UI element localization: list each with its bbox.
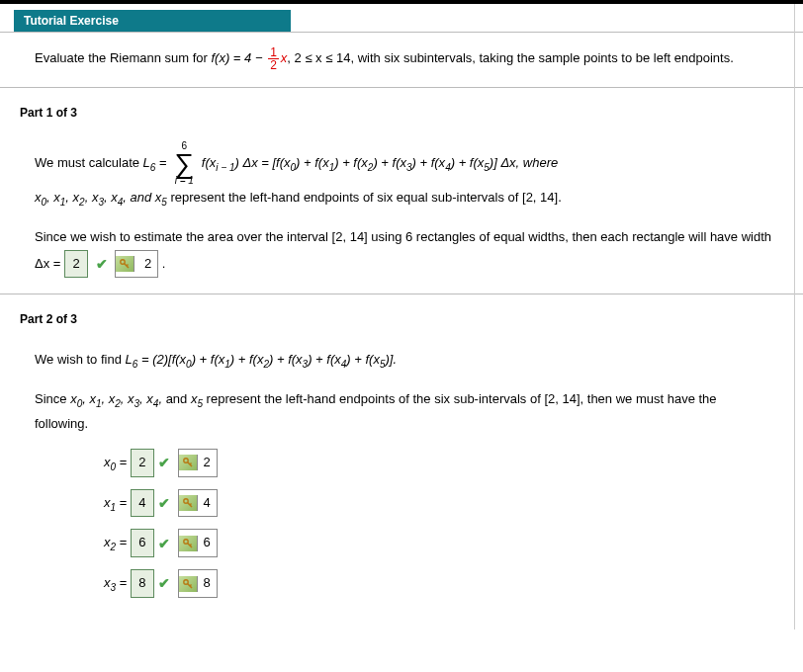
x1-solution-box[interactable]: 4 [178, 489, 218, 518]
period: . [162, 255, 166, 270]
endpoint-row: x1 = 4✔ 4 [104, 489, 773, 518]
check-icon: ✔ [158, 495, 170, 511]
part-1-label: Part 1 of 3 [20, 106, 803, 120]
check-icon: ✔ [158, 536, 170, 551]
dx-input[interactable]: 2 [64, 250, 88, 279]
part-2-body: We wish to find L6 = (2)[f(x0) + f(x1) +… [0, 334, 803, 598]
text: Since x0, x1, x2, x3, x4, and x5 represe… [35, 391, 717, 432]
var: x1 [104, 495, 116, 510]
var: x3 [104, 575, 116, 590]
x1-input[interactable]: 4 [131, 489, 154, 518]
text: We wish to find [35, 352, 126, 367]
key-icon [116, 256, 134, 272]
dx-solution-value: 2 [138, 251, 157, 278]
endpoint-row: x2 = 6✔ 6 [104, 529, 773, 557]
endpoint-rows: x0 = 2✔ 2x1 = 4✔ 4x2 = 6✔ 6x3 = 8✔ 8 [104, 449, 773, 598]
domain-text: , 2 ≤ x ≤ 14, [287, 50, 354, 65]
solution-value: 4 [198, 490, 217, 517]
header-row: Tutorial Exercise [0, 4, 803, 33]
summand: f(xi − 1) Δx = [f(x0) + f(x1) + f(x2) + … [202, 155, 558, 170]
part1-line2: x0, x1, x2, x3, x4, and x5 represent the… [35, 186, 773, 211]
x0-solution-box[interactable]: 2 [178, 449, 218, 477]
part-1-body: We must calculate L6 = 6 ∑ i = 1 f(xi − … [0, 127, 803, 278]
part-2-label: Part 2 of 3 [20, 312, 803, 326]
part2-line1: We wish to find L6 = (2)[f(x0) + f(x1) +… [35, 348, 773, 374]
sigma-icon: 6 ∑ i = 1 [174, 141, 194, 186]
check-icon: ✔ [96, 256, 108, 272]
expansion: = (2)[f(x0) + f(x1) + f(x2) + f(x3) + f(… [141, 352, 397, 367]
frac-den: 2 [268, 59, 279, 71]
solution-value: 6 [198, 530, 217, 556]
key-icon [179, 455, 198, 470]
x3-solution-box[interactable]: 8 [178, 569, 218, 598]
solution-value: 2 [198, 450, 217, 476]
svg-line-11 [190, 544, 192, 546]
tutorial-exercise-header: Tutorial Exercise [14, 10, 291, 32]
solution-value: 8 [198, 570, 217, 597]
var: x2 [104, 535, 116, 549]
key-icon [179, 495, 198, 511]
eq: = [116, 575, 131, 590]
eq: = [116, 455, 131, 469]
svg-line-2 [127, 264, 129, 266]
eq: = [159, 155, 170, 170]
func-lhs: f(x) = 4 − [211, 50, 266, 65]
var: x0 [104, 455, 116, 469]
endpoint-row: x3 = 8✔ 8 [104, 569, 773, 598]
sigma-glyph: ∑ [174, 151, 194, 176]
xi-list: x0, x1, x2, x3, x4, and x5 [35, 190, 170, 205]
x2-input[interactable]: 6 [131, 529, 154, 557]
check-icon: ✔ [158, 455, 170, 470]
fraction-one-half: 1 2 [268, 46, 279, 71]
dx-solution-box[interactable]: 2 [115, 250, 158, 279]
text: We must calculate [35, 155, 143, 170]
x2-solution-box[interactable]: 6 [178, 529, 218, 557]
part2-line2: Since x0, x1, x2, x3, x4, and x5 represe… [35, 387, 773, 437]
exercise-prompt: Evaluate the Riemann sum for f(x) = 4 − … [0, 33, 803, 71]
side-rule [794, 4, 795, 630]
svg-line-5 [190, 463, 192, 465]
page: Tutorial Exercise Evaluate the Riemann s… [0, 0, 803, 630]
part1-line3: Since we wish to estimate the area over … [35, 225, 773, 278]
part1-line1: We must calculate L6 = 6 ∑ i = 1 f(xi − … [35, 141, 773, 186]
text: represent the left-hand endpoints of six… [170, 190, 561, 205]
L6: L6 [126, 352, 138, 367]
key-icon [179, 576, 198, 592]
svg-line-8 [190, 504, 192, 506]
prompt-rest: with six subintervals, taking the sample… [354, 50, 734, 65]
key-icon [179, 536, 198, 551]
divider [0, 294, 803, 294]
x0-input[interactable]: 2 [131, 449, 154, 477]
endpoint-row: x0 = 2✔ 2 [104, 449, 773, 477]
svg-line-14 [190, 584, 192, 586]
eq: = [116, 495, 131, 510]
sum-lower: i = 1 [174, 176, 194, 186]
divider [0, 87, 803, 88]
eq: = [116, 535, 131, 549]
prompt-text: Evaluate the Riemann sum for [35, 50, 211, 65]
check-icon: ✔ [158, 575, 170, 591]
L6: L6 [143, 155, 156, 170]
x3-input[interactable]: 8 [131, 569, 154, 598]
